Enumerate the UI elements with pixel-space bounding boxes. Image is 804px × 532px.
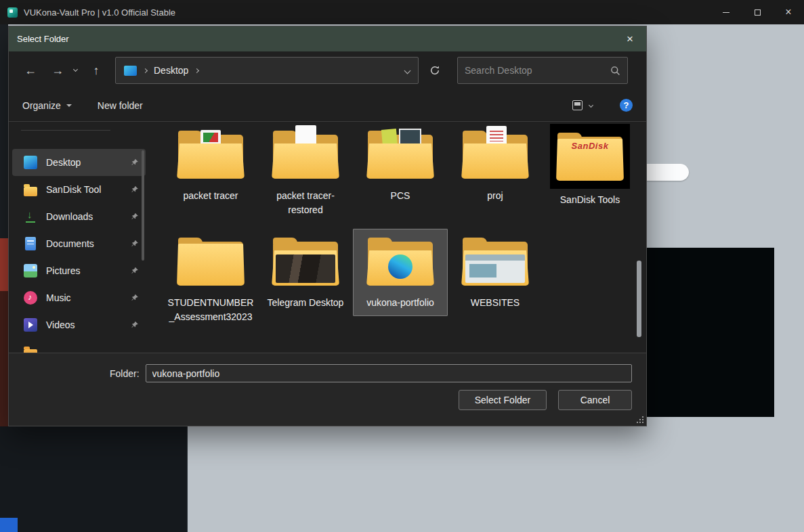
downloads-icon [24,210,37,223]
folder-name-input[interactable] [146,364,632,382]
file-row-2: STUDENTNUMBER_Assessment32023 Telegram D… [163,229,646,330]
resize-grip[interactable] [636,416,643,423]
folder-icon [360,231,440,292]
sidebar-item-music[interactable]: Music [12,284,146,311]
sidebar-item-pictures[interactable]: Pictures [12,257,146,284]
folder-icon: SanDisk [550,124,630,189]
breadcrumb-chevron-icon[interactable] [143,68,148,72]
pin-icon [131,267,139,275]
up-button[interactable]: ↑ [88,64,104,78]
app-titlebar: VUKona-Vault Pro | v1.0 Official Stable … [0,0,804,24]
pictures-icon [24,264,37,278]
desktop-icon [124,66,137,76]
view-mode-chevron-icon[interactable] [589,103,593,108]
sidebar-item-videos[interactable]: Videos [12,311,146,338]
file-tile-packet-tracer[interactable]: packet tracer [163,122,258,209]
file-tile-proj[interactable]: proj [448,122,543,209]
dialog-footer: Folder: Select Folder Cancel [9,353,646,426]
breadcrumb-chevron-icon[interactable] [194,68,199,72]
sidebar-item-documents[interactable]: Documents [12,230,146,257]
sidebar-item-downloads[interactable]: Downloads [12,203,146,230]
dialog-close-button[interactable]: × [620,32,639,46]
edge-logo-icon [388,254,412,279]
close-button[interactable]: × [773,0,804,24]
back-button[interactable]: ← [22,64,39,78]
file-name: proj [487,189,503,203]
search-icon[interactable] [610,66,620,76]
background-dark-panel [646,248,774,417]
dialog-titlebar[interactable]: Select Folder × [9,26,646,51]
sidebar-item-label: Videos [46,319,75,330]
sidebar-scrollbar[interactable] [142,150,144,261]
file-name: vukona-portfolio [366,296,434,310]
sandisk-logo-text: SanDisk [555,141,625,151]
address-bar[interactable]: Desktop [115,57,419,84]
new-folder-label: New folder [98,100,143,111]
file-tile-packet-tracer-restored[interactable]: packet tracer-restored [258,122,353,223]
file-name: packet tracer [184,189,238,203]
sidebar-item-label: Downloads [46,211,93,222]
cancel-button[interactable]: Cancel [558,390,632,410]
pin-icon [131,240,139,248]
minimize-icon [723,12,729,13]
organize-label: Organize [22,100,61,111]
pin-icon [131,185,139,194]
videos-icon [24,318,37,332]
folder-icon [24,187,37,196]
file-row-1: packet tracer packet tracer-restored PCS [163,122,646,223]
file-tile-sandisk-tools[interactable]: SanDisk SanDisk Tools [543,122,637,213]
folder-icon [360,124,440,185]
close-icon: × [785,7,791,18]
folder-icon [266,124,345,185]
file-list-scrollbar[interactable] [637,261,641,337]
file-name: packet tracer-restored [260,189,351,217]
organize-menu[interactable]: Organize [22,100,72,111]
app-title: VUKona-Vault Pro | v1.0 Official Stable [24,7,175,18]
address-dropdown-chevron-icon[interactable] [404,67,411,74]
dialog-title: Select Folder [17,34,69,44]
folder-thumbnail [276,254,335,283]
folder-label: Folder: [110,368,140,379]
toolbar-right: ? [572,99,633,112]
folder-icon [171,231,251,292]
view-mode-icon[interactable] [572,100,583,110]
file-tile-telegram-desktop[interactable]: Telegram Desktop [258,229,353,316]
desktop-icon [24,156,37,169]
search-input[interactable] [465,65,610,76]
sidebar-item-desktop[interactable]: Desktop [12,149,146,176]
dialog-body: Desktop SanDisk Tool Downloads Documents [9,122,646,353]
sidebar-item-partial[interactable] [12,338,146,353]
file-tile-websites[interactable]: WEBSITES [448,229,543,316]
maximize-icon [755,9,761,16]
background-maroon-segment [0,291,8,426]
help-icon[interactable]: ? [620,99,633,112]
navigation-pane: Desktop SanDisk Tool Downloads Documents [9,122,155,353]
background-blue-element [0,518,18,532]
file-name: STUDENTNUMBER_Assessment32023 [165,296,256,324]
background-left-panel [0,426,188,532]
maximize-button[interactable] [742,0,773,24]
folder-icon [266,231,345,292]
file-name: SanDisk Tools [560,193,620,207]
dialog-buttons: Select Folder Cancel [9,390,646,410]
sidebar-item-sandisk-tool[interactable]: SanDisk Tool [12,176,146,203]
recent-locations-chevron-icon[interactable] [73,66,78,71]
minimize-button[interactable] [711,0,742,24]
breadcrumb-desktop[interactable]: Desktop [154,65,188,76]
file-tile-pcs[interactable]: PCS [353,122,448,209]
sidebar-item-label: Music [46,292,71,303]
refresh-button[interactable] [421,57,448,84]
organize-caret-icon [66,104,72,107]
file-name: Telegram Desktop [268,296,344,310]
folder-icon [171,124,251,185]
select-folder-button[interactable]: Select Folder [459,390,547,410]
background-red-segment [0,238,8,291]
file-tile-studentnumber[interactable]: STUDENTNUMBER_Assessment32023 [163,229,258,330]
forward-button[interactable]: → [49,64,66,78]
file-tile-vukona-portfolio[interactable]: vukona-portfolio [353,229,448,316]
folder-icon [455,124,535,185]
dialog-toolbar: Organize New folder ? [9,89,646,122]
file-list: packet tracer packet tracer-restored PCS [155,122,646,353]
new-folder-button[interactable]: New folder [98,100,143,111]
search-box [457,57,628,84]
